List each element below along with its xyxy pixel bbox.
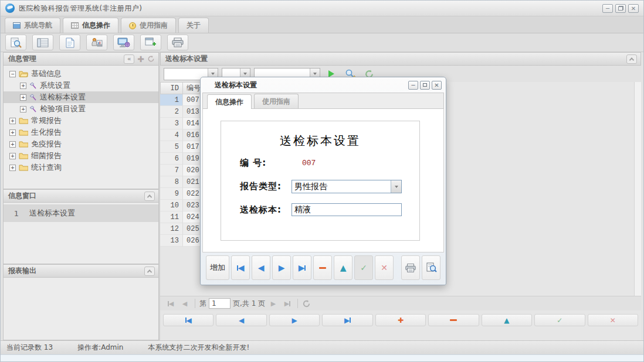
tree-label: 常规报告	[31, 115, 62, 126]
select-arrow-icon[interactable]	[391, 180, 401, 193]
dialog-maximize-button[interactable]	[420, 81, 430, 90]
delete-record-button[interactable]	[428, 314, 479, 326]
prior-record-button[interactable]: ◀	[216, 314, 266, 326]
last-record-button[interactable]: ▶	[322, 314, 372, 326]
print-preview-icon	[426, 262, 437, 273]
refresh-panel-icon[interactable]	[147, 55, 155, 63]
tree-item-bacteria-report[interactable]: + 细菌报告	[4, 150, 158, 162]
folder-icon	[19, 152, 28, 159]
dialog-tabbar: 信息操作 使用指南	[202, 93, 444, 109]
collapse-left-button[interactable]: «	[124, 54, 134, 64]
tree-item-routine-report[interactable]: + 常规报告	[4, 115, 158, 127]
tree-item-statistics-query[interactable]: + 统计查询	[4, 162, 158, 173]
minimize-button[interactable]: ─	[602, 4, 613, 13]
collapse-node-icon[interactable]: −	[9, 71, 16, 77]
dialog-preview-button[interactable]	[422, 255, 440, 280]
dialog-edit-record-button[interactable]: ▲	[334, 255, 352, 280]
tree-item-base-info[interactable]: − 基础信息	[4, 68, 158, 80]
clock-icon	[129, 22, 136, 29]
grid-header-id[interactable]: ID	[160, 82, 183, 94]
dialog-tab-info-operation[interactable]: 信息操作	[207, 94, 252, 109]
refresh-page-icon[interactable]	[302, 299, 311, 308]
expand-node-icon[interactable]: +	[20, 106, 26, 112]
app-window: 医院检验科报告管理系统(非注册用户) ─ ✕ 系统导航 信息操作 使用指南 关于	[0, 0, 644, 362]
dialog-next-record-button[interactable]: ▶	[272, 255, 291, 280]
document-button[interactable]	[59, 35, 80, 50]
tab-info-operation[interactable]: 信息操作	[63, 18, 118, 33]
dialog-post-record-button[interactable]: ✓	[354, 255, 373, 280]
specimen-settings-dialog: 送检标本设置 ─ ✕ 信息操作 使用指南 送检标本设置 编 号: 007 报告类…	[200, 77, 446, 285]
remote-monitor-button[interactable]	[113, 35, 134, 50]
info-window-item-specimen-settings[interactable]: 1 送检标本设置	[4, 204, 158, 222]
tab-system-nav[interactable]: 系统导航	[5, 18, 60, 33]
tree-label: 统计查询	[31, 162, 62, 173]
collapse-panel-button[interactable]	[144, 267, 155, 276]
dialog-delete-record-button[interactable]	[313, 255, 332, 280]
next-record-button[interactable]: ▶	[269, 314, 320, 326]
collapse-main-panel-button[interactable]	[626, 54, 637, 64]
next-page-button[interactable]: ▶	[267, 298, 279, 309]
data-grid-button[interactable]	[32, 35, 53, 50]
operator-report-button[interactable]	[86, 35, 107, 50]
tree-item-specimen-settings[interactable]: + 送检标本设置	[4, 91, 158, 103]
dialog-cancel-record-button[interactable]: ✕	[375, 255, 394, 280]
search-preview-icon	[9, 37, 22, 48]
add-record-button[interactable]: 增加	[206, 255, 229, 280]
tab-user-guide[interactable]: 使用指南	[121, 18, 176, 33]
report-type-select[interactable]: 男性报告	[292, 180, 402, 193]
edit-record-button[interactable]: ▲	[482, 314, 532, 326]
folder-icon	[19, 129, 28, 136]
main-panel-header: 送检标本设置	[160, 52, 641, 66]
tab-label: 信息操作	[215, 97, 243, 107]
remote-monitor-icon	[117, 37, 130, 48]
tree-item-immune-report[interactable]: + 免疫报告	[4, 138, 158, 150]
restore-button[interactable]	[615, 4, 626, 13]
dialog-first-record-button[interactable]: ◀	[231, 255, 250, 280]
chevron-up-icon	[147, 269, 152, 274]
print-button[interactable]	[167, 35, 188, 50]
search-preview-button[interactable]	[5, 35, 26, 50]
tab-label: 使用指南	[140, 21, 168, 30]
tab-label: 信息操作	[82, 21, 110, 30]
specimen-input[interactable]	[292, 203, 402, 216]
tool-icon	[29, 105, 37, 113]
tab-about[interactable]: 关于	[178, 18, 209, 33]
prev-page-button[interactable]: ◀	[179, 298, 191, 309]
first-record-button[interactable]: ◀	[163, 314, 213, 326]
dialog-prior-record-button[interactable]: ◀	[252, 255, 270, 280]
last-page-button[interactable]: ▶	[282, 298, 293, 309]
expand-node-icon[interactable]: +	[20, 83, 26, 89]
dialog-print-button[interactable]	[401, 255, 420, 280]
insert-record-button[interactable]: ✚	[375, 314, 426, 326]
collapse-panel-button[interactable]	[144, 192, 155, 201]
tree-item-system-settings[interactable]: + 系统设置	[4, 80, 158, 91]
cancel-record-button[interactable]: ✕	[588, 314, 638, 326]
expand-node-icon[interactable]: +	[9, 118, 16, 124]
tree-label: 细菌报告	[31, 151, 62, 161]
expand-node-icon[interactable]: +	[9, 165, 16, 171]
tree-item-test-item-settings[interactable]: + 检验项目设置	[4, 103, 158, 115]
expand-node-icon[interactable]: +	[9, 141, 16, 148]
expand-node-icon[interactable]: +	[20, 94, 26, 101]
dialog-last-record-button[interactable]: ▶	[293, 255, 311, 280]
grid-vertical-scrollbar[interactable]	[634, 82, 641, 309]
first-page-button[interactable]: ◀	[165, 298, 177, 309]
add-panel-icon[interactable]: ✚	[137, 55, 144, 63]
dialog-title: 送检标本设置	[215, 80, 257, 90]
dialog-tab-user-guide[interactable]: 使用指南	[254, 94, 299, 108]
folder-open-icon	[19, 70, 28, 77]
dialog-minimize-button[interactable]: ─	[408, 81, 418, 90]
tree-item-biochem-report[interactable]: + 生化报告	[4, 127, 158, 138]
add-window-button[interactable]	[140, 35, 161, 50]
page-number-input[interactable]	[209, 298, 231, 309]
tree-label: 免疫报告	[31, 139, 62, 149]
expand-node-icon[interactable]: +	[9, 153, 16, 159]
window-pane-icon	[13, 22, 21, 29]
expand-node-icon[interactable]: +	[9, 129, 16, 136]
close-button[interactable]: ✕	[628, 4, 639, 13]
chevron-up-icon	[147, 194, 152, 199]
post-record-button[interactable]: ✓	[534, 314, 585, 326]
dialog-titlebar[interactable]: 送检标本设置 ─ ✕	[202, 77, 444, 93]
status-record-count: 当前记录数 13	[6, 343, 53, 353]
dialog-close-button[interactable]: ✕	[432, 81, 442, 90]
